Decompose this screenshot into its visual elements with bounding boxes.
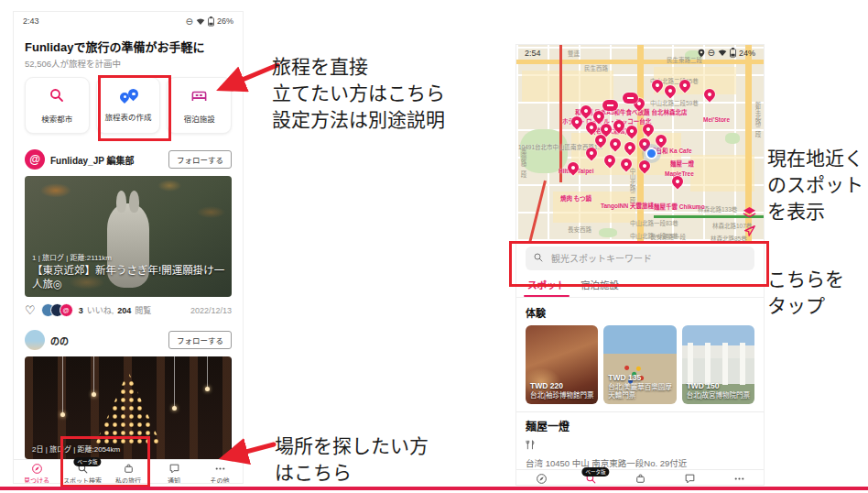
place-address: 台湾 10450 中山 南京東路一段No. 29付近 — [516, 454, 764, 469]
nav-item-my-trips[interactable]: 私の旅行 — [615, 470, 665, 486]
battery-icon — [208, 16, 214, 27]
like-heart-icon[interactable]: ♡ — [25, 304, 36, 316]
liker-avatars[interactable]: @ — [41, 303, 73, 317]
post-author[interactable]: のの — [50, 334, 69, 347]
post-author[interactable]: Funliday_JP 編集部 — [50, 153, 135, 167]
compass-icon — [536, 473, 548, 485]
views-count: 204 — [117, 306, 131, 315]
post-engagement-row: ♡ @ 3 いいね, 204 閲覧 2022/12/13 — [14, 297, 243, 323]
search-city-button[interactable]: 検索都市 — [25, 77, 90, 134]
photo-title: 【東京近郊】新年うさぎ年!開運願掛け一人旅◎ — [32, 264, 226, 291]
street-label: 中山北路一段53巷 — [630, 231, 678, 240]
status-bar: 2:54 ⊖ 24% — [516, 48, 764, 58]
street-label: 中山北路二段 — [627, 168, 636, 203]
card-title: 台北|袖珍博物館門票 — [530, 391, 595, 400]
tutorial-canvas: 2:43 ⊖ 26% Funlidayで旅行の準備がお手軽に 52,506人が旅… — [0, 0, 868, 493]
map-rail-line — [559, 45, 562, 182]
nav-item-more[interactable]: その他 — [197, 460, 243, 484]
divider — [516, 411, 764, 412]
experience-cards: TWD 220 台北|袖珍博物館門票 TWD 135 台北|美麗華百樂園摩天輪門… — [516, 325, 764, 404]
map-park — [725, 133, 740, 144]
poi-label[interactable]: 麺屋千雲 Chikumo — [654, 202, 705, 211]
highlight-box-spot-search-nav — [60, 436, 150, 488]
nav-item-notifications[interactable]: 通知 — [151, 460, 197, 484]
bottom-nav: 見つける ベータ版 スポット検索 私の旅行 通知 その他 — [516, 469, 764, 486]
dnd-icon: ⊖ — [708, 48, 715, 58]
nav-item-spot-search[interactable]: ベータ版 スポット検索 — [566, 470, 615, 486]
highlight-box-search-bar — [509, 241, 769, 287]
map-pin-cluster[interactable] — [623, 93, 638, 104]
wifi-icon — [718, 49, 727, 57]
hanging-light — [93, 356, 94, 393]
hanging-light — [174, 356, 175, 407]
current-location-dot — [646, 148, 657, 159]
street-label: 林森北路85巷 — [711, 234, 747, 241]
photo-meta: 1 | 旅ログ | 距離:2111km — [32, 252, 226, 262]
map[interactable]: 2:54 ⊖ 24% — [516, 45, 764, 241]
bottom-accent-line — [0, 487, 868, 490]
experience-card[interactable]: TWD 135 台北|美麗華百樂園摩天輪門票 — [603, 325, 676, 404]
card-price: TWD 135 — [608, 373, 673, 382]
nav-item-notifications[interactable]: 通知 — [665, 470, 714, 486]
post-photo[interactable]: 1 | 旅ログ | 距離:2111km 【東京近郊】新年うさぎ年!開運願掛け一人… — [25, 176, 232, 297]
speech-bubble-icon — [168, 463, 180, 475]
map-pin-cluster[interactable] — [602, 100, 618, 111]
post-header: のの フォローする — [14, 323, 243, 356]
nav-item-discover[interactable]: 見つける — [14, 460, 60, 484]
clock: 2:43 — [23, 16, 39, 26]
street-label: 新生北路二段 — [753, 102, 762, 137]
nav-item-more[interactable]: その他 — [714, 470, 764, 486]
likes-label: いいね, — [87, 304, 114, 316]
quick-action-label: 宿泊施設 — [184, 113, 215, 124]
map-rail-line — [528, 181, 546, 241]
card-title: 台北|美麗華百樂園摩天輪門票 — [608, 383, 673, 401]
street-label: 承德路二段 — [518, 148, 527, 178]
compass-icon — [31, 463, 43, 475]
map-layers-button[interactable] — [743, 206, 756, 224]
likes-count: 3 — [79, 306, 83, 315]
ellipsis-icon — [733, 473, 745, 485]
lodging-button[interactable]: 宿泊施設 — [167, 77, 232, 134]
restaurant-icon — [516, 433, 764, 454]
experience-card[interactable]: TWD 150 台北|故宮博物院門票 — [682, 325, 754, 404]
poi-label[interactable]: TangoINN 天雲旅棧 — [601, 201, 654, 210]
search-icon — [49, 87, 65, 107]
poi-label[interactable]: Mei'Store — [703, 116, 730, 123]
post-header: @ Funliday_JP 編集部 フォローする — [14, 143, 243, 176]
street-label: 民生西路 — [584, 63, 608, 72]
hero-subtitle: 52,506人が旅程を計画中 — [14, 57, 243, 77]
wifi-icon — [196, 17, 205, 26]
place-name[interactable]: 麺屋一燈 — [516, 418, 764, 433]
search-note: 場所を探したい方 はこちら — [275, 433, 429, 486]
map-road — [516, 60, 764, 64]
suitcase-icon — [635, 473, 646, 485]
views-label: 閲覧 — [135, 304, 151, 316]
avatar: @ — [60, 303, 73, 317]
experience-card[interactable]: TWD 220 台北|袖珍博物館門票 — [526, 325, 598, 404]
map-block — [522, 71, 613, 102]
battery-percent: 24% — [739, 49, 755, 58]
locate-me-button[interactable] — [743, 225, 756, 241]
clock: 2:54 — [525, 49, 541, 58]
beta-badge: ベータ版 — [581, 467, 609, 477]
battery-percent: 26% — [217, 16, 233, 26]
avatar[interactable]: @ — [25, 149, 45, 170]
tap-note: こちらを タップ — [767, 266, 844, 319]
battery-icon — [730, 48, 736, 58]
follow-button[interactable]: フォローする — [168, 331, 232, 349]
light-tree-graphic — [94, 371, 162, 446]
card-price: TWD 220 — [530, 381, 595, 390]
street-label: 中山北路一段83巷 — [630, 218, 678, 227]
avatar[interactable] — [25, 330, 45, 350]
hanging-light — [207, 356, 208, 388]
follow-button[interactable]: フォローする — [168, 150, 232, 169]
poi-label[interactable]: 和牛涮 日本A5和牛食べ放題 台北林森北店 — [575, 107, 687, 116]
post-date: 2022/12/13 — [190, 306, 232, 315]
bed-icon — [190, 88, 208, 107]
dnd-icon: ⊖ — [186, 16, 193, 27]
section-title: 体験 — [516, 298, 764, 325]
poi-label[interactable]: 焼肉 もつ鍋 — [560, 193, 591, 203]
nav-item-discover[interactable]: 見つける — [516, 470, 566, 486]
hanging-light — [62, 356, 63, 413]
poi-label[interactable]: 麺屋一燈 — [670, 159, 694, 168]
